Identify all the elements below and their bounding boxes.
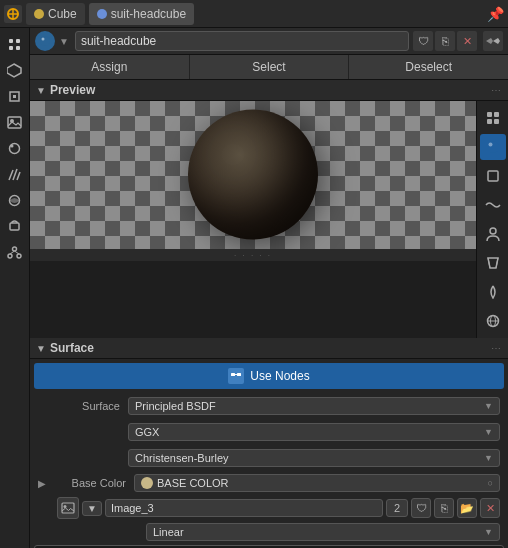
image-unlink-btn[interactable]: ✕ — [480, 498, 500, 518]
image-type-button[interactable]: ▼ — [82, 501, 102, 516]
surface-dropdown-arrow: ▼ — [484, 401, 493, 411]
svg-point-23 — [42, 38, 45, 41]
material-shield-btn[interactable]: 🛡 — [413, 31, 433, 51]
material-action-buttons: 🛡 ⎘ ✕ — [413, 31, 477, 51]
image-users-count: 2 — [386, 499, 408, 517]
sidebar-icon-particles[interactable] — [3, 162, 27, 186]
surface-prop-value[interactable]: Principled BSDF ▼ — [128, 397, 500, 415]
sidebar-icon-object[interactable] — [3, 58, 27, 82]
sidebar-icon-data[interactable] — [3, 240, 27, 264]
material-link-btn[interactable]: ⎘ — [435, 31, 455, 51]
preview-title: Preview — [50, 83, 95, 97]
preview-sphere — [188, 110, 318, 240]
svg-rect-8 — [8, 117, 21, 128]
preview-bottom-bar: · · · · · — [30, 249, 476, 261]
material-new-btn[interactable] — [483, 31, 503, 51]
cube-tab[interactable]: Cube — [26, 3, 85, 25]
image-row: ▼ Image_3 2 🛡 ⎘ 📂 ✕ — [30, 495, 508, 521]
right-icon-water[interactable] — [480, 279, 506, 305]
suit-tab-dot — [97, 9, 107, 19]
surface-section: ▼ Surface ⋯ Use Nodes Surface — [30, 338, 508, 548]
svg-rect-6 — [16, 46, 20, 50]
right-icon-person[interactable] — [480, 221, 506, 247]
right-icon-scene[interactable] — [480, 105, 506, 131]
surface-header: ▼ Surface ⋯ — [30, 338, 508, 359]
svg-point-22 — [40, 36, 50, 46]
svg-point-29 — [488, 143, 492, 147]
svg-line-13 — [13, 169, 17, 180]
base-color-expand[interactable]: ▶ — [38, 478, 54, 489]
sidebar-icon-material[interactable] — [3, 136, 27, 160]
svg-point-11 — [11, 144, 14, 147]
surface-prop-label: Surface — [38, 400, 128, 412]
svg-point-31 — [490, 228, 496, 234]
base-color-socket: ○ — [488, 478, 493, 488]
select-button[interactable]: Select — [190, 55, 350, 79]
material-close-btn[interactable]: ✕ — [457, 31, 477, 51]
sidebar-icon-modifier[interactable] — [3, 84, 27, 108]
suit-tab-label: suit-headcube — [111, 7, 186, 21]
right-icon-material[interactable] — [480, 134, 506, 160]
preview-section: ▼ Preview ⋯ · · · · · — [30, 80, 508, 338]
right-icon-globe[interactable] — [480, 308, 506, 334]
image-name-field[interactable]: Image_3 — [105, 499, 383, 517]
sidebar-icon-constraints[interactable] — [3, 214, 27, 238]
svg-rect-16 — [10, 223, 19, 230]
ggx-dropdown-arrow: ▼ — [484, 427, 493, 437]
svg-point-17 — [13, 247, 17, 251]
base-color-swatch — [141, 477, 153, 489]
base-color-label: Base Color — [54, 477, 134, 489]
assign-button[interactable]: Assign — [30, 55, 190, 79]
right-icon-wave[interactable] — [480, 192, 506, 218]
suit-tab[interactable]: suit-headcube — [89, 3, 194, 25]
cube-tab-dot — [34, 9, 44, 19]
surface-title: Surface — [50, 341, 94, 355]
sidebar-icon-physics[interactable] — [3, 188, 27, 212]
action-row: Assign Select Deselect — [30, 55, 508, 80]
right-icon-cube[interactable] — [480, 163, 506, 189]
sidebar-icon-scene[interactable] — [3, 32, 27, 56]
blender-icon — [4, 5, 22, 23]
svg-rect-5 — [9, 46, 13, 50]
svg-point-19 — [17, 254, 21, 258]
base-color-row: ▶ Base Color BASE COLOR ○ — [30, 471, 508, 495]
deselect-button[interactable]: Deselect — [349, 55, 508, 79]
material-name-field[interactable]: suit-headcube — [75, 31, 409, 51]
linear-row: Linear ▼ — [30, 521, 508, 543]
preview-arrow: ▼ — [36, 85, 46, 96]
svg-rect-25 — [494, 112, 499, 117]
svg-rect-37 — [231, 373, 235, 376]
pin-icon[interactable]: 📌 — [487, 6, 504, 22]
preview-canvas: · · · · · — [30, 101, 476, 261]
christensen-value-text: Christensen-Burley — [135, 452, 229, 464]
ggx-prop-row: GGX ▼ — [30, 419, 508, 445]
christensen-prop-value[interactable]: Christensen-Burley ▼ — [128, 449, 500, 467]
use-nodes-label: Use Nodes — [250, 369, 309, 383]
image-link-btn[interactable]: ⎘ — [434, 498, 454, 518]
svg-point-41 — [64, 505, 67, 508]
linear-value: Linear — [153, 526, 184, 538]
svg-rect-38 — [237, 373, 241, 376]
ggx-value-text: GGX — [135, 426, 159, 438]
svg-rect-4 — [16, 39, 20, 43]
base-color-field[interactable]: BASE COLOR ○ — [134, 474, 500, 492]
material-header: ▼ suit-headcube 🛡 ⎘ ✕ — [30, 28, 508, 55]
surface-arrow: ▼ — [36, 343, 46, 354]
image-browse-btn[interactable]: 📂 — [457, 498, 477, 518]
ggx-prop-value[interactable]: GGX ▼ — [128, 423, 500, 441]
surface-options[interactable]: ⋯ — [491, 343, 502, 354]
surface-prop-row: Surface Principled BSDF ▼ — [30, 393, 508, 419]
preview-body: · · · · · — [30, 101, 508, 338]
surface-value-text: Principled BSDF — [135, 400, 216, 412]
christensen-prop-row: Christensen-Burley ▼ — [30, 445, 508, 471]
content-area: ▼ suit-headcube 🛡 ⎘ ✕ Assign Select Dese… — [30, 28, 508, 548]
preview-options[interactable]: ⋯ — [491, 85, 502, 96]
image-shield-btn[interactable]: 🛡 — [411, 498, 431, 518]
use-nodes-button[interactable]: Use Nodes — [34, 363, 504, 389]
sidebar-icon-image[interactable] — [3, 110, 27, 134]
top-bar: Cube suit-headcube 📌 — [0, 0, 508, 28]
right-icon-cloth[interactable] — [480, 250, 506, 276]
linear-field[interactable]: Linear ▼ — [146, 523, 500, 541]
material-dropdown-arrow[interactable]: ▼ — [59, 36, 69, 47]
material-type-icon — [35, 31, 55, 51]
